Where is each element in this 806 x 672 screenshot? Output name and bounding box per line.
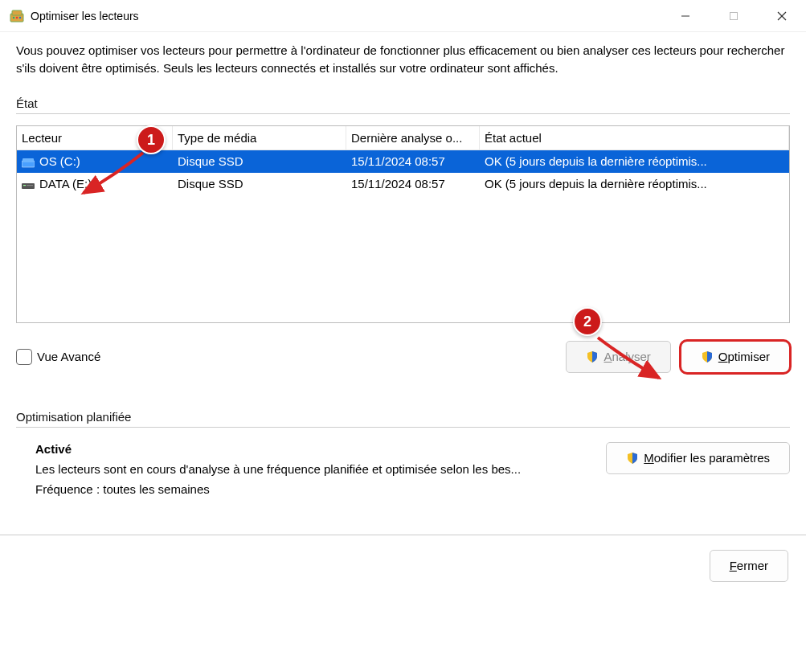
drive-icon [22,157,35,166]
svg-point-3 [16,16,18,18]
scheduled-line2: Fréquence : toutes les semaines [35,482,593,496]
annotation-callout-2: 2 [573,307,602,336]
optimize-label: Optimiser [718,350,770,363]
scheduled-section-label: Optimisation planifiée [16,410,790,424]
intro-text: Vous pouvez optimiser vos lecteurs pour … [16,42,790,77]
svg-rect-10 [23,158,34,162]
app-icon [10,9,24,23]
modify-settings-button[interactable]: Modifier les paramètres [606,442,790,474]
shield-icon [586,350,599,363]
drive-state: OK (5 jours depuis la dernière réoptimis… [480,177,789,191]
svg-point-2 [13,16,14,18]
advanced-view-label: Vue Avancé [37,350,100,363]
col-state[interactable]: État actuel [480,126,789,150]
checkbox-icon [16,349,32,365]
scheduled-line1: Les lecteurs sont en cours d'analyse à u… [35,462,593,476]
window-title: Optimiser les lecteurs [31,10,139,23]
annotation-callout-1: 1 [137,125,166,154]
svg-point-4 [19,16,21,18]
drive-icon [22,179,35,189]
svg-rect-1 [12,10,22,15]
svg-rect-6 [730,12,738,19]
col-last[interactable]: Dernière analyse o... [346,126,480,150]
close-button[interactable] [758,0,806,31]
svg-rect-12 [23,185,26,186]
analyze-button[interactable]: Analyser [566,341,670,373]
drive-name: OS (C:) [39,154,80,168]
minimize-button[interactable] [661,0,710,31]
maximize-button[interactable] [710,0,758,31]
close-label: Fermer [730,559,768,572]
advanced-view-checkbox[interactable]: Vue Avancé [16,349,100,365]
divider [16,113,790,114]
drive-list[interactable]: Lecteur Type de média Dernière analyse o… [16,125,790,323]
list-header: Lecteur Type de média Dernière analyse o… [17,126,789,150]
drive-last: 15/11/2024 08:57 [346,154,480,168]
col-media[interactable]: Type de média [173,126,346,150]
table-row[interactable]: DATA (E:) Disque SSD 15/11/2024 08:57 OK… [17,173,789,195]
status-section-label: État [16,96,790,110]
svg-rect-11 [22,183,35,189]
drive-last: 15/11/2024 08:57 [346,177,480,191]
close-dialog-button[interactable]: Fermer [710,550,788,582]
titlebar: Optimiser les lecteurs [0,0,806,32]
shield-icon [701,350,714,363]
table-row[interactable]: OS (C:) Disque SSD 15/11/2024 08:57 OK (… [17,150,789,173]
scheduled-on-label: Activé [35,442,593,456]
modify-label: Modifier les paramètres [644,451,770,465]
optimize-button[interactable]: Optimiser [681,341,790,373]
drive-media: Disque SSD [173,177,346,191]
svg-rect-13 [27,185,33,186]
drive-name: DATA (E:) [39,177,92,191]
drive-media: Disque SSD [173,154,346,168]
drive-state: OK (5 jours depuis la dernière réoptimis… [480,154,789,168]
analyze-label: Analyser [603,350,650,363]
divider [16,427,790,428]
shield-icon [626,452,639,465]
